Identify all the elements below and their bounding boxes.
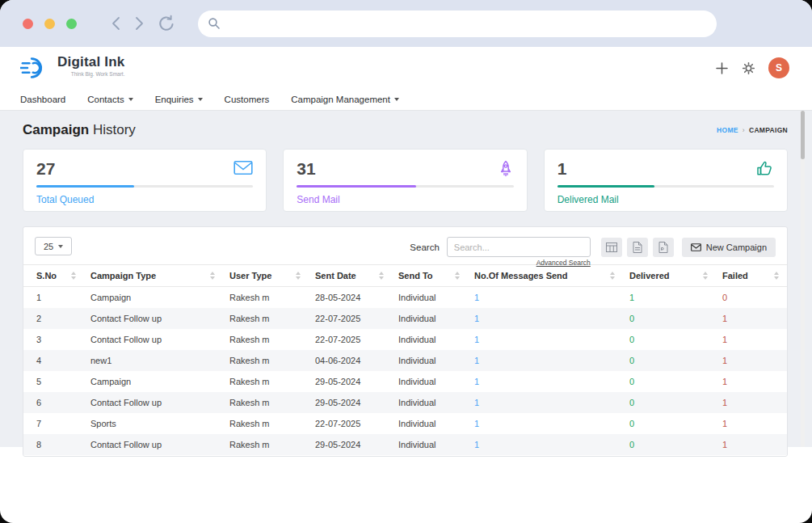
- cell-sno: 6: [23, 392, 84, 413]
- table-row[interactable]: 4 new1 Rakesh m 04-06-2024 Individual 1 …: [23, 350, 787, 371]
- cell-messages-link[interactable]: 1: [468, 392, 623, 413]
- brand-name: Digital Ink: [57, 55, 124, 70]
- cell-failed: 1: [716, 434, 787, 455]
- screenshot-stage: Digital Ink Think Big. Work Smart.: [0, 0, 812, 523]
- stat-progress: [557, 185, 655, 188]
- cell-delivered: 0: [623, 413, 716, 434]
- sort-icon[interactable]: [703, 272, 709, 280]
- cell-messages-link[interactable]: 1: [468, 308, 623, 329]
- table-row[interactable]: 9 Our Rakesh m 28-05-2024 Individual 1 1…: [23, 455, 787, 457]
- cell-delivered: 1: [623, 287, 716, 309]
- column-header[interactable]: No.Of Messages Send: [468, 265, 623, 287]
- column-header[interactable]: Sent Date: [309, 265, 392, 287]
- brand-tagline: Think Big. Work Smart.: [71, 71, 125, 77]
- cell-campaign-type: Contact Follow up: [84, 308, 223, 329]
- cell-sno: 2: [23, 308, 84, 329]
- cell-sno: 1: [23, 287, 84, 309]
- gear-icon[interactable]: [742, 61, 755, 75]
- sort-icon[interactable]: [210, 272, 217, 280]
- sort-icon[interactable]: [610, 272, 616, 280]
- table-row[interactable]: 7 Sports Rakesh m 22-07-2025 Individual …: [23, 413, 787, 434]
- table-row[interactable]: 2 Contact Follow up Rakesh m 22-07-2025 …: [23, 308, 787, 329]
- cell-send-to: Individual: [392, 371, 468, 392]
- back-icon[interactable]: [111, 16, 121, 31]
- forward-icon[interactable]: [134, 16, 145, 31]
- export-excel-button[interactable]: [627, 238, 648, 257]
- column-header-label: Campaign Type: [90, 271, 156, 280]
- cell-messages-link[interactable]: 1: [468, 455, 623, 457]
- scrollbar-thumb[interactable]: [801, 111, 805, 159]
- column-header[interactable]: User Type: [223, 265, 309, 287]
- brand-logo[interactable]: Digital Ink Think Big. Work Smart.: [20, 55, 124, 81]
- cell-messages-link[interactable]: 1: [468, 371, 623, 392]
- column-header-label: Delivered: [629, 271, 670, 280]
- vertical-scrollbar[interactable]: [801, 111, 805, 447]
- sort-icon[interactable]: [71, 272, 78, 280]
- cell-messages-link[interactable]: 1: [468, 329, 623, 350]
- cell-sent-date: 29-05-2024: [309, 434, 392, 455]
- cell-send-to: Individual: [392, 308, 468, 329]
- table-search-input[interactable]: [447, 237, 591, 257]
- cell-campaign-type: Contact Follow up: [84, 392, 223, 413]
- column-header[interactable]: Campaign Type: [84, 265, 223, 287]
- new-campaign-button[interactable]: New Campaign: [682, 238, 776, 257]
- cell-delivered: 0: [623, 308, 716, 329]
- nav-item[interactable]: Customers: [225, 95, 270, 104]
- column-header[interactable]: Send To: [392, 265, 468, 287]
- nav-item-label: Dashboard: [20, 95, 65, 104]
- url-input[interactable]: [225, 11, 717, 37]
- cell-messages-link[interactable]: 1: [468, 413, 623, 434]
- refresh-icon[interactable]: [158, 15, 175, 32]
- nav-item[interactable]: Dashboard: [20, 95, 65, 104]
- sort-icon[interactable]: [455, 272, 461, 280]
- cell-campaign-type: Contact Follow up: [84, 434, 223, 455]
- cell-user-type: Rakesh m: [223, 413, 309, 434]
- table-row[interactable]: 5 Campaign Rakesh m 29-05-2024 Individua…: [23, 371, 787, 392]
- column-header[interactable]: Failed: [716, 265, 787, 287]
- cell-messages-link[interactable]: 1: [468, 287, 623, 309]
- advanced-search-link[interactable]: Advanced Search: [536, 259, 591, 267]
- stat-progress: [297, 185, 416, 188]
- column-header[interactable]: Delivered: [623, 265, 716, 287]
- cell-campaign-type: Campaign: [84, 287, 223, 309]
- cell-user-type: Rakesh m: [223, 371, 309, 392]
- campaign-table-panel: 25 Search Advanced Search: [23, 226, 788, 457]
- table-row[interactable]: 6 Contact Follow up Rakesh m 29-05-2024 …: [23, 392, 787, 413]
- nav-item[interactable]: Contacts: [87, 95, 133, 104]
- cell-sno: 9: [23, 455, 84, 457]
- cell-sent-date: 22-07-2025: [309, 413, 392, 434]
- page-size-value: 25: [44, 242, 53, 251]
- table-row[interactable]: 3 Contact Follow up Rakesh m 22-07-2025 …: [23, 329, 787, 350]
- nav-item[interactable]: Enquiries: [155, 95, 203, 104]
- sort-icon[interactable]: [774, 272, 780, 280]
- envelope-icon: [234, 160, 253, 175]
- table-row[interactable]: 1 Campaign Rakesh m 28-05-2024 Individua…: [23, 287, 787, 309]
- export-pdf-button[interactable]: [653, 238, 674, 257]
- cell-messages-link[interactable]: 1: [468, 434, 623, 455]
- table-row[interactable]: 8 Contact Follow up Rakesh m 29-05-2024 …: [23, 434, 787, 455]
- sort-icon[interactable]: [296, 272, 302, 280]
- avatar[interactable]: S: [768, 57, 789, 78]
- nav-item-label: Campaign Management: [291, 95, 390, 104]
- add-icon[interactable]: [715, 61, 729, 75]
- column-header-label: Sent Date: [315, 271, 356, 280]
- sort-icon[interactable]: [379, 272, 385, 280]
- minimize-window-button[interactable]: [44, 19, 55, 29]
- page-size-select[interactable]: 25: [35, 237, 72, 255]
- column-header[interactable]: S.No: [23, 265, 84, 287]
- export-table-button[interactable]: [601, 238, 622, 257]
- nav-item-label: Contacts: [87, 95, 124, 104]
- maximize-window-button[interactable]: [66, 19, 77, 29]
- cell-messages-link[interactable]: 1: [468, 350, 623, 371]
- cell-user-type: Rakesh m: [223, 350, 309, 371]
- address-bar[interactable]: [198, 11, 717, 37]
- table-header-row: S.No Campaign Type User Type Sent Date S…: [23, 265, 787, 287]
- cell-delivered: 0: [623, 350, 716, 371]
- breadcrumb-home-link[interactable]: HOME: [717, 126, 738, 134]
- nav-item[interactable]: Campaign Management: [291, 95, 399, 104]
- close-window-button[interactable]: [23, 19, 33, 29]
- stat-value: 27: [36, 159, 253, 178]
- page-title-bold: Campaign: [23, 122, 89, 137]
- cell-user-type: Rakesh m: [223, 392, 309, 413]
- new-campaign-label: New Campaign: [706, 243, 767, 252]
